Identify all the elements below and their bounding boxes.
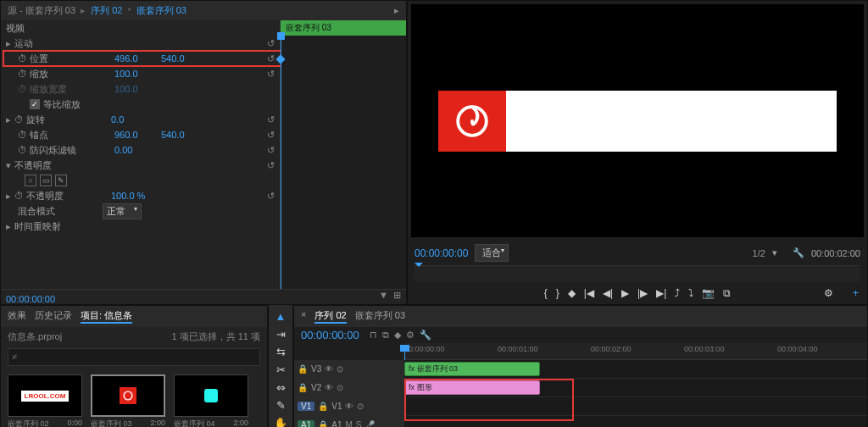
tl-tab-seq[interactable]: 序列 02 [314, 309, 346, 324]
disclosure-icon[interactable]: ▸ [6, 191, 14, 202]
toggle-output-icon[interactable]: 👁 [325, 364, 333, 374]
voiceover-icon[interactable]: 🎤 [364, 420, 375, 427]
motion-section[interactable]: 运动 [14, 37, 99, 50]
lock-icon[interactable]: 🔒 [298, 364, 308, 374]
marker-icon[interactable]: ◆ [394, 330, 401, 341]
toggle-output-icon[interactable]: 👁 [345, 402, 353, 411]
project-item[interactable]: LROOL.COM 嵌套序列 020:00 [8, 374, 82, 427]
settings-icon[interactable]: ⚙ [406, 330, 415, 341]
blend-dropdown[interactable]: 正常 [103, 203, 142, 219]
wrench-icon[interactable]: 🔧 [793, 247, 804, 258]
wrench-icon[interactable]: 🔧 [420, 330, 431, 341]
fit-dropdown[interactable]: 适合 [475, 244, 509, 262]
stopwatch-icon[interactable]: ⏱ [18, 53, 30, 64]
link-icon[interactable]: ⧉ [382, 330, 389, 341]
compare-icon[interactable]: ⧉ [723, 287, 731, 299]
breadcrumb-nested[interactable]: 嵌套序列 03 [136, 4, 186, 17]
ec-timecode[interactable]: 00:00:00:00 [6, 294, 55, 304]
reset-icon[interactable]: ↺ [267, 130, 275, 141]
timeline-ruler[interactable]: 00:00:00:00 00:00:01:00 00:00:02:00 00:0… [404, 343, 867, 360]
reset-icon[interactable]: ↺ [267, 69, 275, 80]
program-video[interactable] [411, 4, 864, 237]
zoom-icon[interactable]: ⊞ [393, 290, 401, 301]
razor-tool-icon[interactable]: ✂ [276, 363, 286, 376]
tab-history[interactable]: 历史记录 [35, 309, 72, 324]
clip-v2[interactable]: fx 图形 [404, 380, 540, 395]
reset-icon[interactable]: ↺ [267, 191, 275, 202]
track-header-v3[interactable]: 🔒V3👁⊙ [294, 360, 404, 378]
anchor-x[interactable]: 960.0 [114, 130, 161, 140]
marker-icon[interactable]: ◆ [568, 287, 576, 299]
opacity-value[interactable]: 100.0 % [111, 191, 158, 201]
toggle-output-icon[interactable]: 👁 [325, 383, 333, 392]
a1-source-tag[interactable]: A1 [298, 420, 314, 427]
selection-tool-icon[interactable]: ▲ [275, 310, 287, 323]
project-search[interactable] [8, 348, 260, 366]
add-button-icon[interactable]: + [853, 287, 859, 299]
track-header-v1[interactable]: V1🔒V1👁⊙ [294, 397, 404, 415]
track-header-v2[interactable]: 🔒V2👁⊙ [294, 379, 404, 396]
lock-icon[interactable]: 🔒 [318, 420, 328, 427]
rect-mask-icon[interactable]: ▭ [40, 175, 52, 186]
stopwatch-icon[interactable]: ⏱ [18, 145, 30, 155]
program-playhead[interactable] [415, 263, 423, 271]
slip-tool-icon[interactable]: ⇔ [276, 381, 286, 394]
reset-icon[interactable]: ↺ [267, 145, 275, 156]
sync-lock-icon[interactable]: ⊙ [357, 402, 364, 411]
tab-effects[interactable]: 效果 [8, 309, 26, 324]
rotation-value[interactable]: 0.0 [111, 114, 158, 125]
track-select-icon[interactable]: ⇥ [276, 328, 286, 341]
panel-menu-icon[interactable]: ▸ [394, 5, 399, 16]
snap-icon[interactable]: ⊓ [370, 330, 377, 341]
program-ruler[interactable] [415, 265, 860, 282]
lock-icon[interactable]: 🔒 [318, 402, 328, 411]
export-frame-icon[interactable]: 📷 [702, 287, 715, 299]
anchor-y[interactable]: 540.0 [161, 130, 208, 140]
disclosure-icon[interactable]: ▸ [6, 221, 14, 232]
ellipse-mask-icon[interactable]: ○ [25, 175, 36, 186]
reset-icon[interactable]: ↺ [267, 53, 275, 64]
stopwatch-icon[interactable]: ⏱ [14, 114, 26, 125]
disclosure-icon[interactable]: ▾ [6, 160, 14, 171]
extract-icon[interactable]: ⤵ [688, 287, 693, 299]
stopwatch-icon[interactable]: ⏱ [14, 191, 26, 201]
v1-source-tag[interactable]: V1 [298, 402, 314, 411]
position-x[interactable]: 496.0 [114, 53, 161, 64]
ec-keyframe-area[interactable]: 嵌套序列 03 [281, 20, 406, 289]
ec-playhead[interactable] [281, 36, 281, 289]
go-to-out-icon[interactable]: ▶| [656, 287, 666, 299]
stopwatch-icon[interactable]: ⏱ [18, 69, 30, 79]
uniform-checkbox[interactable]: ✓ [30, 99, 40, 109]
sync-lock-icon[interactable]: ⊙ [337, 383, 343, 392]
breadcrumb-seq[interactable]: 序列 02 [91, 4, 122, 17]
pen-tool-icon[interactable]: ✎ [276, 399, 286, 412]
step-forward-icon[interactable]: |▶ [637, 287, 648, 299]
disclosure-icon[interactable]: ▸ [6, 114, 14, 125]
pen-mask-icon[interactable]: ✎ [55, 175, 67, 186]
timeline-timecode[interactable]: 00:00:00:00 [301, 329, 359, 341]
position-y[interactable]: 540.0 [161, 53, 208, 64]
tab-project[interactable]: 项目: 信息条 [81, 309, 132, 324]
sync-lock-icon[interactable]: ⊙ [337, 364, 343, 374]
reset-icon[interactable]: ↺ [267, 38, 275, 49]
mark-in-icon[interactable]: { [544, 287, 548, 299]
hand-tool-icon[interactable]: ✋ [274, 417, 287, 427]
disclosure-icon[interactable]: ▸ [6, 38, 14, 49]
mark-out-icon[interactable]: } [556, 287, 559, 299]
filter-icon[interactable]: ▼ [379, 290, 388, 301]
ripple-edit-icon[interactable]: ⇆ [276, 346, 286, 358]
play-icon[interactable]: ▶ [621, 287, 629, 299]
reset-icon[interactable]: ↺ [267, 160, 275, 171]
go-to-in-icon[interactable]: |◀ [584, 287, 594, 299]
antiflicker-value[interactable]: 0.00 [114, 145, 161, 155]
settings-icon[interactable]: ⚙ [824, 287, 833, 299]
project-item[interactable]: 嵌套序列 042:00 [174, 374, 248, 427]
tl-tab-nested[interactable]: 嵌套序列 03 [355, 309, 405, 324]
step-back-icon[interactable]: ◀| [603, 287, 613, 299]
mute-icon[interactable]: M [345, 420, 352, 427]
lock-icon[interactable]: 🔒 [298, 383, 308, 392]
clip-v3[interactable]: fx 嵌套序列 03 [404, 362, 540, 376]
scale-value[interactable]: 100.0 [114, 69, 161, 79]
solo-icon[interactable]: S [356, 420, 362, 427]
reset-icon[interactable]: ↺ [267, 114, 275, 125]
